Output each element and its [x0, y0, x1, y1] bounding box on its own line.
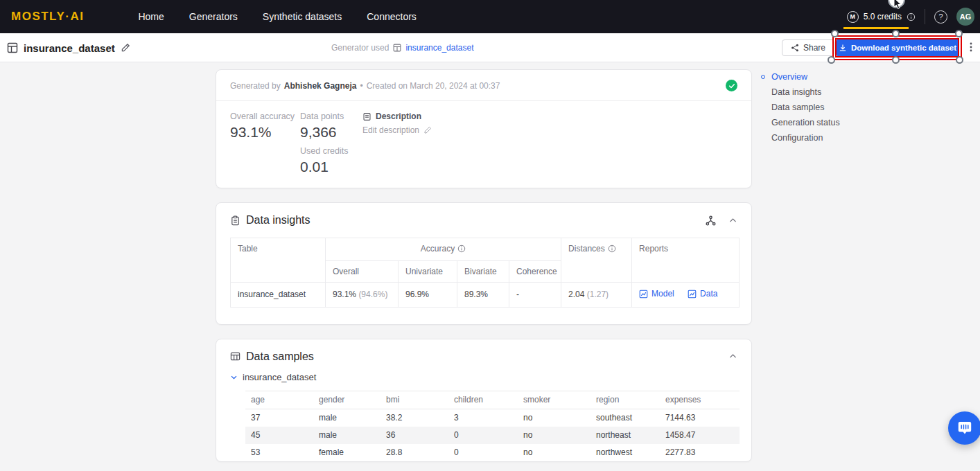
share-button-label: Share: [803, 43, 825, 53]
share-button[interactable]: Share: [782, 39, 834, 56]
subcol-univariate: Univariate: [399, 261, 457, 283]
author-name: Abhishek Gagneja: [284, 81, 357, 91]
overview-card: Generated by Abhishek Gagneja • Created …: [216, 69, 752, 188]
section-link-data-insights[interactable]: Data insights: [760, 87, 840, 97]
mostly-ai-logo[interactable]: MOSTLY·AI: [11, 10, 84, 24]
col-region: region: [590, 391, 660, 409]
user-avatar[interactable]: AG: [956, 8, 974, 26]
download-button-label: Download synthetic dataset: [851, 44, 956, 52]
data-points-label: Data points: [300, 112, 351, 121]
chat-widget-button[interactable]: [948, 411, 980, 445]
cell-overall: 93.1% (94.6%): [326, 283, 399, 308]
nav-item-synthetic-datasets[interactable]: Synthetic datasets: [263, 11, 342, 22]
col-age: age: [245, 391, 313, 409]
subcol-coherence: Coherence: [509, 261, 561, 283]
active-section-bullet-icon: [761, 75, 765, 79]
chart-icon: [688, 290, 697, 299]
sample-row-partial: [245, 461, 740, 462]
generator-used-label: Generator used: [331, 43, 389, 53]
samples-dataset-expander[interactable]: insurance_dataset: [230, 372, 737, 382]
help-icon[interactable]: ?: [934, 10, 947, 24]
cell-table-name: insurance_dataset: [231, 283, 326, 308]
cell-distances: 2.04 (1.27): [561, 283, 632, 308]
share-icon: [791, 44, 799, 52]
section-link-configuration[interactable]: Configuration: [760, 132, 840, 143]
subcol-bivariate: Bivariate: [457, 261, 509, 283]
col-expenses: expenses: [660, 391, 740, 409]
used-credits-value: 0.01: [300, 159, 351, 175]
data-insights-title: Data insights: [246, 214, 310, 226]
collapse-insights-icon[interactable]: [728, 216, 737, 225]
sample-row: 45male360nonortheast1458.47: [245, 427, 740, 444]
nav-divider: [925, 9, 925, 24]
model-report-link[interactable]: Model: [639, 289, 674, 299]
data-report-link[interactable]: Data: [688, 289, 717, 299]
page-header: insurance_dataset Generator used insuran…: [0, 33, 980, 62]
samples-dataset-name: insurance_dataset: [243, 372, 316, 382]
more-actions-icon[interactable]: [966, 42, 976, 53]
data-samples-title: Data samples: [246, 350, 314, 363]
generated-by-label: Generated by: [230, 81, 281, 91]
sample-row: 53female28.80nonorthwest2277.83: [245, 444, 740, 461]
credits-info-icon[interactable]: [907, 12, 916, 21]
section-link-data-samples[interactable]: Data samples: [760, 102, 840, 112]
cell-reports: Model Data: [632, 283, 740, 308]
generator-used-group: Generator used insurance_dataset: [331, 33, 473, 62]
dataset-title-group: insurance_dataset: [7, 33, 130, 62]
accuracy-info-icon[interactable]: [457, 245, 466, 255]
generator-icon: [393, 44, 401, 52]
chart-icon: [639, 290, 648, 299]
nav-item-home[interactable]: Home: [138, 11, 164, 22]
top-navigation: MOSTLY·AI Home Generators Synthetic data…: [0, 0, 980, 33]
card-divider: [216, 100, 751, 101]
col-header-distances: Distances: [561, 238, 632, 283]
col-gender: gender: [313, 391, 380, 409]
edit-description-icon: [423, 126, 432, 134]
data-points-value: 9,366: [300, 124, 351, 141]
col-header-accuracy: Accuracy: [326, 238, 561, 261]
used-credits-label: Used credits: [300, 146, 351, 156]
col-header-reports: Reports: [632, 238, 740, 283]
nav-item-generators[interactable]: Generators: [189, 11, 238, 22]
main-content: Generated by Abhishek Gagneja • Created …: [0, 62, 980, 471]
credits-indicator[interactable]: M 5.0 credits: [847, 11, 916, 23]
page-section-nav: Overview Data insights Data samples Gene…: [760, 71, 840, 143]
col-smoker: smoker: [518, 391, 590, 409]
overall-accuracy-label: Overall accuracy: [230, 112, 289, 121]
col-bmi: bmi: [380, 391, 448, 409]
overall-accuracy-value: 93.1%: [230, 124, 289, 141]
generator-link[interactable]: insurance_dataset: [405, 43, 473, 53]
credits-label: 5.0 credits: [864, 12, 902, 21]
section-link-generation-status[interactable]: Generation status: [760, 117, 840, 127]
description-icon: [362, 112, 371, 121]
edit-description-label: Edit description: [362, 125, 419, 135]
generation-meta: Generated by Abhishek Gagneja • Created …: [230, 80, 737, 91]
cell-univariate: 96.9%: [399, 283, 457, 308]
dataset-icon: [7, 42, 18, 53]
cell-coherence: -: [509, 283, 561, 308]
insights-table-row: insurance_dataset 93.1% (94.6%) 96.9% 89…: [231, 283, 740, 308]
chevron-down-icon: [230, 373, 238, 381]
success-check-badge: [726, 80, 737, 91]
insights-table: Table Accuracy Distances Reports Overall…: [230, 238, 740, 308]
distances-info-icon[interactable]: [608, 245, 616, 255]
edit-description-link[interactable]: Edit description: [362, 125, 432, 135]
table-grid-icon: [230, 351, 240, 362]
download-synthetic-dataset-button[interactable]: Download synthetic dataset: [837, 39, 959, 57]
primary-nav: Home Generators Synthetic datasets Conne…: [138, 11, 416, 22]
data-samples-card: Data samples insurance_dataset: [216, 339, 752, 462]
data-insights-card: Data insights Table: [216, 202, 752, 325]
edit-title-icon[interactable]: [121, 43, 130, 53]
cell-bivariate: 89.3%: [457, 283, 509, 308]
col-children: children: [448, 391, 518, 409]
nav-item-connectors[interactable]: Connectors: [367, 11, 417, 22]
collapse-samples-icon[interactable]: [728, 352, 737, 361]
meta-separator: •: [360, 81, 362, 91]
description-label: Description: [376, 112, 421, 121]
chat-bubble-icon: [956, 420, 973, 436]
section-link-overview[interactable]: Overview: [760, 71, 840, 82]
subcol-overall: Overall: [326, 261, 399, 283]
correlations-graph-icon[interactable]: [706, 215, 716, 226]
credits-active-underline: [843, 27, 909, 29]
download-icon: [839, 44, 847, 52]
